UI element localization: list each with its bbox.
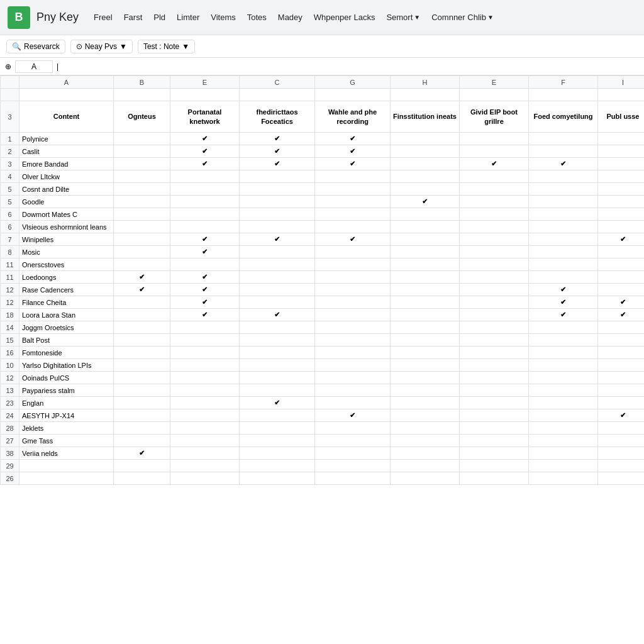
cell-e[interactable]: ✔: [170, 271, 240, 284]
cell-i[interactable]: [598, 158, 645, 170]
cell-b[interactable]: [114, 221, 170, 233]
cell-g[interactable]: [315, 372, 391, 384]
cell-e2[interactable]: [460, 309, 529, 321]
cell-e[interactable]: [170, 397, 240, 409]
cell-i[interactable]: [598, 196, 645, 208]
cell-h[interactable]: [391, 359, 460, 372]
cell-g[interactable]: [315, 196, 391, 208]
cell-content[interactable]: Yarlso Dighitation LPIs: [19, 359, 114, 372]
cell-f[interactable]: [529, 384, 598, 397]
cell-e2[interactable]: [460, 359, 529, 372]
cell-g[interactable]: [315, 309, 391, 321]
cell-f[interactable]: [529, 347, 598, 359]
cell-content[interactable]: Fomtoneside: [19, 347, 114, 359]
cell-content[interactable]: Emore Bandad: [19, 158, 114, 170]
cell-g[interactable]: [315, 334, 391, 347]
cell-f[interactable]: [529, 359, 598, 372]
cell-c[interactable]: ✔: [240, 397, 315, 409]
cell-g[interactable]: [315, 472, 391, 485]
cell-e2[interactable]: [460, 384, 529, 397]
cell-i[interactable]: [598, 447, 645, 460]
cell-e2[interactable]: ✔: [460, 158, 529, 170]
cell-e[interactable]: ✔: [170, 284, 240, 296]
cell-f[interactable]: [529, 233, 598, 246]
cell-content[interactable]: Paypariess stalm: [19, 384, 114, 397]
col-header-b[interactable]: B: [114, 76, 170, 89]
col-header-f[interactable]: F: [529, 76, 598, 89]
col-header-e1[interactable]: E: [170, 76, 240, 89]
cell-content[interactable]: Polynice: [19, 133, 114, 145]
cell-e2[interactable]: [460, 422, 529, 435]
cell-c[interactable]: ✔: [240, 145, 315, 158]
cell-i[interactable]: ✔: [598, 233, 645, 246]
cell-content[interactable]: [19, 472, 114, 485]
col-header-g[interactable]: G: [315, 76, 391, 89]
cell-h[interactable]: [391, 422, 460, 435]
cell-g[interactable]: [315, 271, 391, 284]
cell-c[interactable]: [240, 246, 315, 258]
cell-i[interactable]: [598, 397, 645, 409]
cell-g[interactable]: ✔: [315, 158, 391, 170]
cell-c[interactable]: [240, 422, 315, 435]
cell-content[interactable]: Rase Cadencers: [19, 284, 114, 296]
cell-h[interactable]: [391, 133, 460, 145]
cell-e2[interactable]: [460, 397, 529, 409]
cell-e[interactable]: ✔: [170, 296, 240, 309]
menu-item-pld[interactable]: Pld: [148, 10, 170, 25]
cell-c[interactable]: [240, 409, 315, 422]
cell-i[interactable]: [598, 170, 645, 183]
formula-input[interactable]: [62, 61, 639, 72]
cell-b[interactable]: [114, 133, 170, 145]
cell-content[interactable]: Winipelles: [19, 233, 114, 246]
cell-c[interactable]: [240, 460, 315, 472]
cell-e2[interactable]: [460, 208, 529, 221]
cell-i[interactable]: [598, 321, 645, 334]
cell-f[interactable]: [529, 183, 598, 196]
cell-e2[interactable]: [460, 145, 529, 158]
cell-e2[interactable]: [460, 372, 529, 384]
cell-e[interactable]: [170, 170, 240, 183]
cell-g[interactable]: ✔: [315, 145, 391, 158]
cell-b[interactable]: [114, 397, 170, 409]
cell-f[interactable]: [529, 321, 598, 334]
cell-f[interactable]: ✔: [529, 284, 598, 296]
cell-g[interactable]: ✔: [315, 133, 391, 145]
cell-g[interactable]: [315, 221, 391, 233]
cell-h[interactable]: [391, 208, 460, 221]
cell-f[interactable]: ✔: [529, 309, 598, 321]
cell-f[interactable]: [529, 472, 598, 485]
cell-g[interactable]: [315, 460, 391, 472]
cell-e2[interactable]: [460, 472, 529, 485]
cell-e[interactable]: [170, 472, 240, 485]
cell-g[interactable]: [315, 170, 391, 183]
cell-content[interactable]: Loedoongs: [19, 271, 114, 284]
col-header-c[interactable]: C: [240, 76, 315, 89]
cell-c[interactable]: ✔: [240, 133, 315, 145]
cell-c[interactable]: [240, 321, 315, 334]
cell-c[interactable]: [240, 296, 315, 309]
cell-e[interactable]: [170, 321, 240, 334]
cell-h[interactable]: [391, 183, 460, 196]
neay-pvs-button[interactable]: ⊙ Neay Pvs ▼: [70, 40, 133, 53]
cell-i[interactable]: [598, 221, 645, 233]
cell-b[interactable]: [114, 208, 170, 221]
cell-c[interactable]: [240, 183, 315, 196]
cell-g[interactable]: [315, 321, 391, 334]
cell-b[interactable]: [114, 409, 170, 422]
cell-c[interactable]: [240, 347, 315, 359]
menu-item-madey[interactable]: Madey: [273, 10, 308, 25]
cell-e[interactable]: [170, 447, 240, 460]
cell-e[interactable]: ✔: [170, 158, 240, 170]
cell-e2[interactable]: [460, 258, 529, 271]
cell-b[interactable]: [114, 334, 170, 347]
cell-h[interactable]: [391, 397, 460, 409]
cell-i[interactable]: [598, 472, 645, 485]
cell-i[interactable]: [598, 258, 645, 271]
cell-e2[interactable]: [460, 233, 529, 246]
cell-e[interactable]: [170, 422, 240, 435]
cell-i[interactable]: [598, 183, 645, 196]
cell-c[interactable]: [240, 384, 315, 397]
cell-g[interactable]: [315, 359, 391, 372]
cell-f[interactable]: [529, 221, 598, 233]
cell-i[interactable]: [598, 435, 645, 447]
